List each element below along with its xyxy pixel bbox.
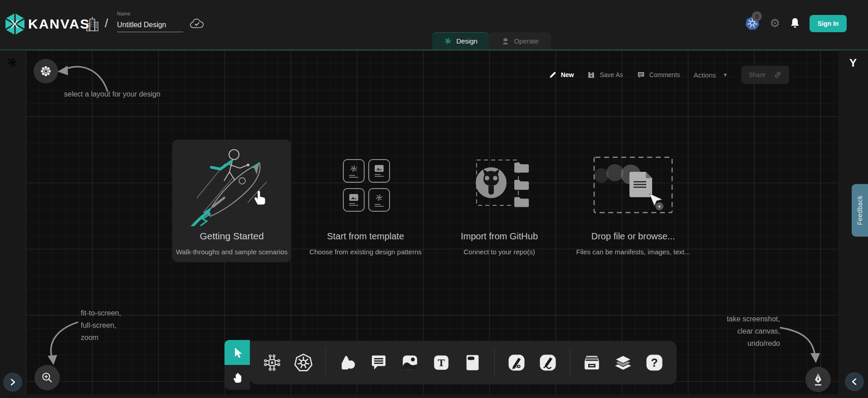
layers-icon [614,353,633,372]
comment-bubble-icon [370,354,388,372]
comments-button[interactable]: Comments [637,71,680,79]
text-t-icon: T [432,354,450,372]
drop-file-icon: + [591,155,675,215]
pen-annotate-button[interactable] [805,367,831,392]
bottom-right-hint-arrow [778,321,823,364]
pen-tool[interactable] [507,353,526,372]
actions-menu-button[interactable]: Actions ▼ [694,71,728,79]
actions-menu-label: Actions [694,71,716,79]
kubernetes-context-button[interactable]: 0 [745,15,763,33]
kanvas-logo-icon[interactable] [5,13,25,35]
feedback-tab[interactable]: Feedback [852,184,868,237]
starter-cards-row: Getting Started Walk-throughs and sample… [172,140,692,262]
save-as-button[interactable]: Save As [587,71,623,79]
share-link-icon [774,71,782,79]
card-subtitle: Connect to your repo(s) [463,248,535,256]
expand-left-panel-button[interactable] [3,373,22,392]
note-icon [463,354,482,372]
hand-cursor-icon [253,189,266,206]
meshery-swirl-icon[interactable] [6,56,19,69]
cloud-sync-icon [190,18,204,30]
layout-flower-icon [40,65,52,77]
pen-icon [507,354,526,372]
comments-label: Comments [649,71,680,78]
toolbar-separator [494,349,495,377]
workspace-building-icon[interactable] [85,16,99,33]
svg-text:T: T [438,357,445,369]
bottom-left-hint-arrow [43,319,85,368]
toolbar-separator [325,349,326,377]
pencil-new-icon [549,71,557,79]
layout-hint-text: select a layout for your design [64,90,161,98]
image-icon [401,354,419,372]
comment-tool[interactable] [369,353,388,372]
help-tool[interactable]: ? [645,353,664,372]
template-tiles-icon [343,159,388,212]
tab-design-label: Design [456,37,478,45]
tab-operate-label: Operate [514,37,538,45]
card-title: Drop file or browse... [591,231,675,242]
pan-tool[interactable] [224,365,250,390]
breadcrumb-separator: / [105,16,108,30]
card-subtitle: Walk-throughs and sample scenarios [176,248,288,256]
image-tool[interactable] [400,353,419,372]
bottom-right-hint-text: take screenshot, clear canvas, undo/redo [697,313,780,349]
chevron-down-icon: ▼ [723,72,728,78]
design-swirl-icon [444,37,452,45]
share-button[interactable]: Share [741,66,789,84]
new-design-button[interactable]: New [549,71,574,79]
relationships-tool[interactable] [263,353,282,372]
shapes-icon [338,354,356,372]
share-label: Share [749,71,766,78]
feedback-label: Feedback [856,195,863,225]
context-count-badge: 0 [752,11,762,21]
settings-gear-icon[interactable]: ⚙ [770,17,780,29]
tab-design[interactable]: Design [432,32,489,49]
tool-palette: T [224,340,677,390]
layers-tool[interactable] [614,353,633,372]
save-floppy-icon [587,71,595,79]
comments-bubble-icon [637,71,645,79]
node-graph-icon [263,354,281,372]
design-canvas[interactable]: select a layout for your design New Save… [26,50,838,394]
card-getting-started[interactable]: Getting Started Walk-throughs and sample… [172,140,291,262]
brand-name: KANVAS [28,16,90,32]
card-title: Getting Started [200,231,263,242]
components-drawer-tool[interactable] [582,353,601,372]
sign-in-button[interactable]: Sign In [809,15,847,32]
toolbar-separator [570,349,570,377]
shapes-tool[interactable] [338,353,357,372]
card-start-from-template[interactable]: Start from template Choose from existing… [306,140,425,262]
design-name-input[interactable] [117,20,183,32]
card-subtitle: Choose from existing design patterns [309,248,422,256]
save-as-label: Save As [600,71,623,78]
text-tool[interactable]: T [432,353,451,372]
tab-operate[interactable]: Operate [489,32,551,49]
notifications-bell-icon[interactable] [789,16,801,30]
pencil-tool[interactable] [538,353,557,372]
cursor-arrow-icon [232,347,243,359]
operator-headset-icon [501,37,510,45]
card-title: Import from GitHub [461,231,538,242]
collapse-right-panel-button[interactable] [845,372,864,391]
pencil-icon [539,354,557,372]
hand-pan-icon [232,372,243,383]
select-tool[interactable] [224,340,250,365]
yaml-panel-glyph[interactable]: Y [838,57,868,69]
pen-nib-icon [812,373,824,386]
zoom-button[interactable] [34,365,60,390]
canvas-actions-row: New Save As Comments Actions ▼ Share [549,65,789,84]
card-title: Start from template [327,231,404,242]
svg-text:+: + [658,203,661,210]
github-import-icon [463,157,536,214]
new-label: New [561,71,574,78]
card-import-from-github[interactable]: Import from GitHub Connect to your repo(… [440,140,559,262]
left-sidebar [0,50,26,398]
svg-text:?: ? [651,356,658,369]
bottom-left-hint-text: fit-to-screen, full-screen, zoom [81,307,121,344]
kubernetes-tool[interactable] [294,353,313,372]
design-name-label: Name [117,11,130,16]
notes-tool[interactable] [463,353,482,372]
drawer-icon [583,354,601,372]
card-drop-file-browse[interactable]: + Drop file or browse... Files can be ma… [574,140,692,262]
